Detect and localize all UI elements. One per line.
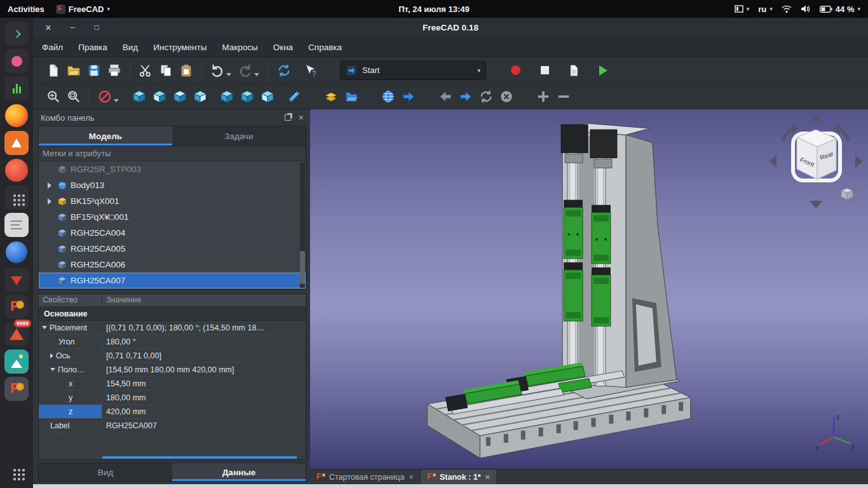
dock-item-image-editor[interactable] <box>4 49 29 73</box>
dock-item-tomato-timer[interactable] <box>4 158 29 182</box>
tree-expander-icon[interactable] <box>48 182 54 189</box>
navigation-cube[interactable]: Front Rear <box>766 112 865 211</box>
tab-model[interactable]: Модель <box>39 126 172 146</box>
show-applications-button[interactable] <box>4 460 29 484</box>
open-folder-button[interactable] <box>341 86 362 107</box>
app-menu-button[interactable]: FreeCAD ▾ <box>56 4 110 14</box>
keyboard-layout-button[interactable]: ru ▾ <box>758 4 773 14</box>
tree-item[interactable]: RGH25CA005 <box>39 241 306 257</box>
property-row-z[interactable]: z 420,00 mm <box>39 405 306 419</box>
zoom-out-button[interactable] <box>553 86 574 107</box>
macro-record-button[interactable] <box>505 60 526 81</box>
property-row-placement[interactable]: Placement [(0,71 0,71 0,00); 180,00 °; (… <box>39 321 306 335</box>
combo-panel-header[interactable]: Комбо панель <box>38 109 306 126</box>
tree-item-selected[interactable]: RGH25CA007 <box>39 273 306 288</box>
print-button[interactable] <box>104 60 125 81</box>
property-row-x[interactable]: x 154,50 mm <box>39 377 306 391</box>
dock-item-freecad-active[interactable] <box>4 377 29 401</box>
activities-button[interactable]: Activities <box>8 4 44 14</box>
expand-icon[interactable] <box>50 353 53 358</box>
property-row-angle[interactable]: Угол 180,00 ° <box>39 335 306 349</box>
left-view-button[interactable] <box>257 86 278 107</box>
battery-indicator[interactable]: 44 % ▾ <box>820 4 860 14</box>
3d-view[interactable]: Front Rear z <box>310 109 868 469</box>
redo-dropdown-icon[interactable] <box>254 73 259 76</box>
tab-tasks[interactable]: Задачи <box>172 126 306 146</box>
menu-windows[interactable]: Окна <box>273 43 293 52</box>
tree-expander-icon[interactable] <box>48 198 54 205</box>
right-view-button[interactable] <box>190 86 210 107</box>
menu-file[interactable]: Файл <box>42 43 63 52</box>
menu-macros[interactable]: Макросы <box>222 43 257 52</box>
dock-item-freecad[interactable] <box>4 295 29 319</box>
web-globe-button[interactable] <box>378 86 398 107</box>
tree-item[interactable]: Body013 <box>39 177 306 193</box>
refresh-document-button[interactable] <box>274 60 294 81</box>
box-zoom-button[interactable] <box>64 86 84 107</box>
menu-tools[interactable]: Инструменты <box>153 43 207 52</box>
property-group-base[interactable]: Основание <box>39 307 306 321</box>
macro-execute-button[interactable] <box>593 60 613 81</box>
dock-item-ubuntu-software[interactable] <box>4 131 29 155</box>
front-view-button[interactable] <box>149 86 170 107</box>
new-document-button[interactable] <box>43 60 64 81</box>
zoom-in-button[interactable] <box>533 86 553 107</box>
axonometric-view-button[interactable] <box>129 86 149 107</box>
redo-button[interactable] <box>235 60 255 81</box>
undo-dropdown-icon[interactable] <box>226 73 231 76</box>
property-horizontal-scrollbar[interactable] <box>102 456 297 459</box>
close-tab-icon[interactable] <box>485 472 491 482</box>
close-panel-icon[interactable] <box>299 112 304 123</box>
rear-view-button[interactable] <box>217 86 237 107</box>
dock-item-browser-sphere[interactable] <box>4 240 29 264</box>
tab-start-page[interactable]: Стартовая страница <box>310 470 421 484</box>
float-panel-icon[interactable] <box>285 114 291 121</box>
tree-item[interactable]: BK15²qX001 <box>39 193 306 209</box>
tab-view[interactable]: Вид <box>39 463 172 481</box>
close-window-button[interactable] <box>43 22 53 34</box>
nav-stop-button[interactable] <box>496 86 517 107</box>
dock-item-transmission[interactable] <box>4 268 29 292</box>
menu-help[interactable]: Справка <box>308 43 342 52</box>
tree-scrollbar-thumb[interactable] <box>300 251 305 284</box>
whats-this-button[interactable]: ? <box>301 60 321 81</box>
dock-item-audio-recorder[interactable] <box>4 76 29 100</box>
collapse-icon[interactable] <box>50 368 55 371</box>
draw-style-dropdown-icon[interactable] <box>114 99 119 102</box>
tree-item[interactable]: RGH25CA004 <box>39 225 306 241</box>
dock-item-photos[interactable] <box>4 349 29 374</box>
tree-scrollbar[interactable] <box>300 163 305 288</box>
macro-edit-button[interactable] <box>564 60 584 81</box>
tab-stanok[interactable]: Stanok : 1* <box>421 470 497 484</box>
dock-item-firefox[interactable] <box>4 104 29 128</box>
nav-forward-button[interactable] <box>456 86 476 107</box>
nav-refresh-button[interactable] <box>476 86 496 107</box>
volume-icon[interactable] <box>801 4 811 13</box>
nav-back-button[interactable] <box>435 86 456 107</box>
open-document-button[interactable] <box>64 60 84 81</box>
menu-edit[interactable]: Правка <box>78 43 107 52</box>
cut-button[interactable] <box>135 60 156 81</box>
measure-distance-button[interactable] <box>284 86 304 107</box>
dock-item-variety[interactable]: 9999 <box>4 322 29 346</box>
top-view-button[interactable] <box>170 86 190 107</box>
maximize-window-button[interactable] <box>92 22 102 34</box>
copy-button[interactable] <box>156 60 176 81</box>
close-tab-icon[interactable] <box>409 472 414 482</box>
link-arrow-button[interactable] <box>398 86 419 107</box>
property-row-y[interactable]: y 180,00 mm <box>39 391 306 405</box>
menu-view[interactable]: Вид <box>123 43 138 52</box>
tree-item[interactable]: BF15²qX¥□001 <box>39 209 306 225</box>
workbench-selector[interactable]: Start ▾ <box>340 61 486 80</box>
yellow-stack-button[interactable] <box>321 86 341 107</box>
collapse-icon[interactable] <box>42 326 47 329</box>
bottom-view-button[interactable] <box>237 86 257 107</box>
fit-all-button[interactable] <box>43 86 64 107</box>
undo-button[interactable] <box>207 60 227 81</box>
property-row-axis[interactable]: Ось [0,71 0,71 0,00] <box>39 349 306 363</box>
dock-item-text-editor[interactable] <box>4 213 29 237</box>
save-document-button[interactable] <box>84 60 104 81</box>
nav-cube-home-icon[interactable] <box>841 188 853 200</box>
tree-item[interactable]: RGR25R_STP003 <box>39 161 306 177</box>
property-row-position[interactable]: Поло… [154,50 mm 180,00 mm 420,00 mm] <box>39 363 306 377</box>
